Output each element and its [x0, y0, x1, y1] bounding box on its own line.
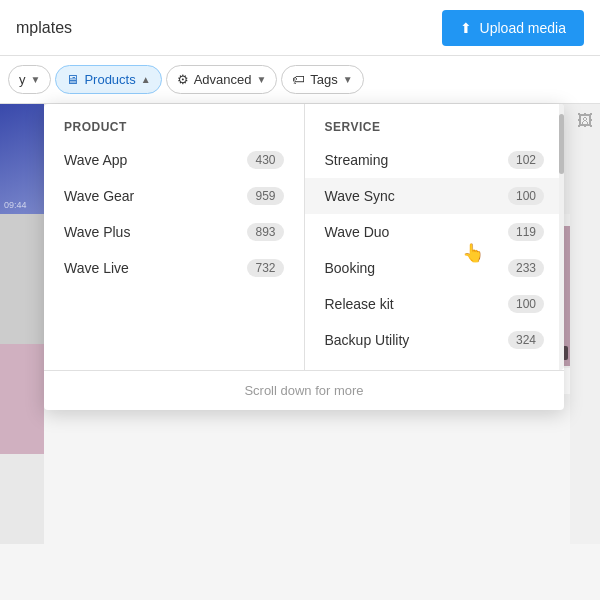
service-col-header: Service: [305, 116, 565, 142]
service-booking[interactable]: Booking 233: [305, 250, 565, 286]
service-wave-duo[interactable]: Wave Duo 119: [305, 214, 565, 250]
service-backup-utility[interactable]: Backup Utility 324: [305, 322, 565, 358]
dropdown-columns: Product Wave App 430 Wave Gear 959 Wave …: [44, 104, 564, 370]
chevron-down-icon: ▼: [256, 74, 266, 85]
service-wave-sync[interactable]: Wave Sync 100: [305, 178, 565, 214]
upload-media-button[interactable]: ⬆ Upload media: [442, 10, 584, 46]
filter-bar: y ▼ 🖥 Products ▲ ⚙ Advanced ▼ 🏷 Tags ▼: [0, 56, 600, 104]
product-column: Product Wave App 430 Wave Gear 959 Wave …: [44, 104, 304, 370]
product-wave-gear[interactable]: Wave Gear 959: [44, 178, 304, 214]
type-filter-button[interactable]: y ▼: [8, 65, 51, 94]
monitor-icon: 🖥: [66, 72, 79, 87]
tags-filter-button[interactable]: 🏷 Tags ▼: [281, 65, 363, 94]
sliders-icon: ⚙: [177, 72, 189, 87]
products-dropdown: Product Wave App 430 Wave Gear 959 Wave …: [44, 104, 564, 410]
service-column: Service Streaming 102 Wave Sync 100 Wave…: [304, 104, 565, 370]
page-title: mplates: [16, 19, 72, 37]
scroll-thumb[interactable]: [559, 114, 564, 174]
advanced-filter-button[interactable]: ⚙ Advanced ▼: [166, 65, 278, 94]
upload-icon: ⬆: [460, 20, 472, 36]
service-release-kit[interactable]: Release kit 100: [305, 286, 565, 322]
service-streaming[interactable]: Streaming 102: [305, 142, 565, 178]
chevron-down-icon: ▼: [31, 74, 41, 85]
products-filter-button[interactable]: 🖥 Products ▲: [55, 65, 161, 94]
header: mplates ⬆ Upload media: [0, 0, 600, 56]
dropdown-footer: Scroll down for more: [44, 370, 564, 410]
product-wave-app[interactable]: Wave App 430: [44, 142, 304, 178]
product-col-header: Product: [44, 116, 304, 142]
chevron-down-icon: ▲: [141, 74, 151, 85]
scroll-track: [559, 104, 564, 370]
image-icon: 🖼: [577, 112, 593, 130]
chevron-down-icon: ▼: [343, 74, 353, 85]
tag-icon: 🏷: [292, 72, 305, 87]
right-panel: 🖼: [570, 104, 600, 544]
product-wave-plus[interactable]: Wave Plus 893: [44, 214, 304, 250]
product-wave-live[interactable]: Wave Live 732: [44, 250, 304, 286]
left-sidebar: 09:44: [0, 104, 44, 544]
